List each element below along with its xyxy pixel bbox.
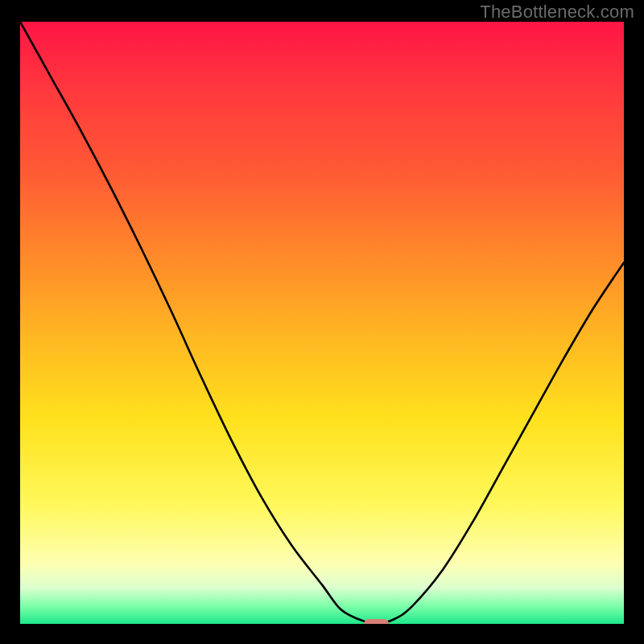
optimum-marker bbox=[364, 619, 389, 624]
plot-area bbox=[20, 22, 624, 624]
watermark-text: TheBottleneck.com bbox=[480, 2, 634, 23]
canvas-frame: TheBottleneck.com bbox=[0, 0, 644, 644]
bottleneck-curve bbox=[20, 22, 624, 624]
